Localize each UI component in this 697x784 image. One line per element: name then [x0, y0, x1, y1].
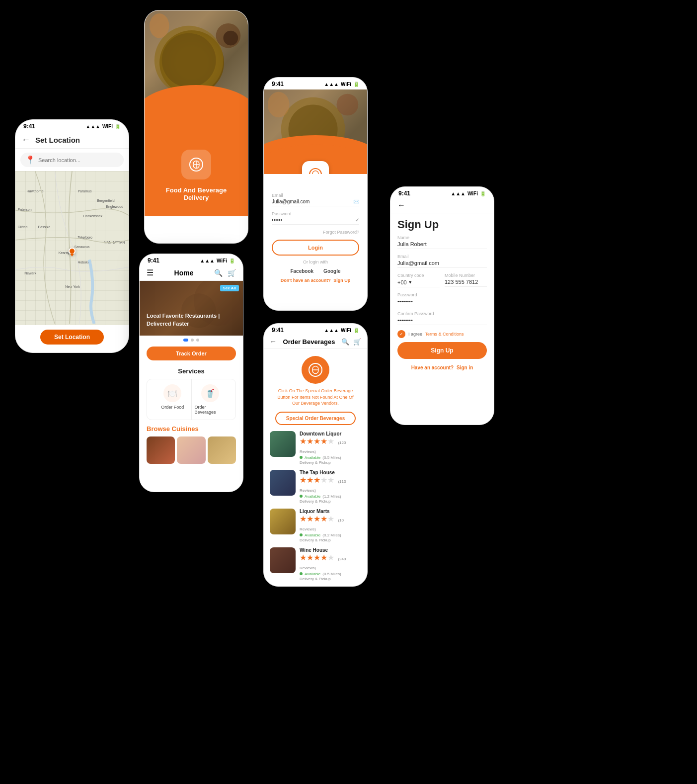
cuisine-item-2[interactable]: [177, 436, 205, 464]
available-text: Available: [305, 455, 320, 460]
search-icon: 📍: [25, 155, 35, 165]
search-input[interactable]: [38, 157, 119, 163]
banner-dots: [140, 336, 243, 344]
vendor-name: Rock Liquor: [300, 586, 361, 587]
facebook-login-button[interactable]: Facebook: [290, 268, 313, 274]
order-food-icon: 🍽️: [163, 384, 181, 402]
vendor-item[interactable]: Downtown Liquor ★★★★★ (120 Reviews) Avai…: [270, 431, 361, 465]
service-order-food[interactable]: 🍽️ Order Food: [154, 379, 192, 420]
confirm-value[interactable]: ••••••••: [397, 317, 487, 325]
status-time: 9:41: [148, 257, 159, 264]
vendor-item[interactable]: The Tap House ★★★★★ (113 Reviews) Availa…: [270, 470, 361, 504]
svg-point-15: [310, 169, 321, 174]
password-field-group: Password ••••••••: [397, 292, 487, 306]
map-view[interactable]: Hawthorne Paramus Bergenfield Paterson H…: [15, 171, 129, 325]
country-select[interactable]: +00 ▾: [397, 279, 440, 287]
email-label: Email: [272, 193, 359, 198]
service-type: Delivery & Pickup: [300, 499, 361, 504]
country-label: Country code: [397, 273, 440, 278]
vendor-item[interactable]: Liquor Marts ★★★★★ (10 Reviews) Availabl…: [270, 509, 361, 542]
email-value[interactable]: Julia@gmail.com: [397, 260, 487, 268]
password-eye-icon[interactable]: ✔: [355, 217, 359, 223]
services-row: 🍽️ Order Food 🥤 Order Beverages: [147, 379, 236, 420]
sign-up-link[interactable]: Sign Up: [333, 278, 350, 283]
signup-button[interactable]: Sign Up: [397, 342, 487, 359]
svg-point-5: [208, 89, 220, 101]
star-filled-icon: ★: [300, 515, 307, 523]
nav-icons: 🔍 🛒: [214, 269, 236, 277]
phone-fields-row: Country code +00 ▾ Mobile Number 123 555…: [397, 273, 487, 287]
cuisine-item-1[interactable]: [147, 436, 175, 464]
terms-link[interactable]: Terms & Conditions: [425, 332, 464, 337]
terms-checkbox[interactable]: ✓: [397, 330, 405, 338]
password-value[interactable]: ••••••••: [397, 298, 487, 306]
status-icons: ▲▲▲ WiFi 🔋: [324, 82, 359, 87]
login-button[interactable]: Login: [272, 240, 359, 256]
google-login-button[interactable]: Google: [323, 268, 340, 274]
mobile-value[interactable]: 123 555 7812: [445, 279, 487, 287]
vendor-info: Rock Liquor ★★★★★ Available: [300, 586, 361, 587]
beverages-logo-area: [264, 349, 367, 388]
vendor-item[interactable]: Wine House ★★★★★ (240 Reviews) Available…: [270, 547, 361, 581]
home-banner: See All Local Favorite Restaurants | Del…: [140, 281, 243, 336]
status-bar-beverages: 9:41 ▲▲▲ WiFi 🔋: [264, 324, 367, 336]
star-filled-icon: ★: [300, 476, 307, 484]
star-empty-icon: ★: [320, 476, 327, 484]
search-icon[interactable]: 🔍: [214, 269, 223, 277]
status-time: 9:41: [272, 327, 284, 334]
beverages-logo: [302, 356, 329, 384]
cart-icon[interactable]: 🛒: [228, 269, 236, 277]
vendor-rating: ★★★★★ (240 Reviews): [300, 553, 361, 571]
svg-point-14: [268, 92, 290, 118]
signal-icon: ▲▲▲: [324, 82, 339, 87]
available-indicator: [300, 495, 303, 498]
star-filled-icon: ★: [313, 437, 320, 445]
available-text: Available: [305, 572, 320, 576]
password-label: Password: [397, 292, 487, 297]
email-value[interactable]: Julia@gmail.com: [272, 199, 310, 204]
menu-icon[interactable]: ☰: [147, 268, 154, 277]
special-order-button[interactable]: Special Order Beverages: [275, 412, 356, 425]
mobile-label: Mobile Number: [445, 273, 487, 278]
signin-link[interactable]: Sign in: [457, 365, 473, 370]
distance-text: (0.5 Miles): [322, 572, 341, 576]
email-field-row: Julia@gmail.com ✉️: [272, 199, 359, 206]
phone-signup: 9:41 ▲▲▲ WiFi 🔋 ← Sign Up Name Julia Rob…: [390, 186, 494, 425]
password-value[interactable]: ••••••: [272, 217, 282, 223]
set-location-button[interactable]: Set Location: [40, 330, 104, 345]
wifi-icon: WiFi: [217, 258, 227, 263]
nav-title: Home: [174, 269, 194, 277]
dot-3: [196, 339, 199, 342]
order-beverages-icon: 🥤: [201, 384, 219, 402]
home-navbar: ☰ Home 🔍 🛒: [140, 266, 243, 281]
star-filled-icon: ★: [307, 476, 313, 484]
name-value[interactable]: Julia Robert: [397, 241, 487, 249]
signup-form: Name Julia Robert Email Julia@gmail.com …: [390, 235, 494, 370]
service-type: Delivery & Pickup: [300, 538, 361, 542]
see-all-badge[interactable]: See All: [220, 285, 239, 291]
status-time: 9:41: [23, 123, 35, 130]
splash-orange-area: Food And Beverage Delivery: [145, 130, 248, 216]
service-order-beverages[interactable]: 🥤 Order Beverages: [192, 379, 229, 420]
distance-text: (0.5 Miles): [322, 455, 341, 460]
back-button[interactable]: ←: [270, 338, 277, 346]
name-label: Name: [397, 235, 487, 240]
vendor-image: [270, 586, 296, 587]
cart-icon[interactable]: 🛒: [353, 338, 361, 346]
forgot-password-link[interactable]: Forgot Password?: [272, 230, 359, 235]
track-order-button[interactable]: Track Order: [147, 347, 236, 360]
splash-tagline: Food And Beverage Delivery: [155, 186, 238, 201]
vendor-info: Wine House ★★★★★ (240 Reviews) Available…: [300, 547, 361, 581]
back-button[interactable]: ←: [397, 201, 405, 209]
social-login-row: Facebook Google: [272, 268, 359, 274]
search-bar[interactable]: 📍: [20, 153, 124, 167]
signal-icon: ▲▲▲: [85, 124, 100, 129]
search-icon[interactable]: 🔍: [341, 338, 349, 346]
back-button[interactable]: ←: [21, 135, 30, 145]
status-time: 9:41: [272, 81, 284, 87]
cuisine-item-3[interactable]: [208, 436, 236, 464]
country-value: +00: [397, 279, 407, 285]
vendor-item[interactable]: Rock Liquor ★★★★★ Available: [270, 586, 361, 587]
map-pin: [69, 248, 76, 255]
page-title: Order Beverages: [283, 338, 335, 346]
